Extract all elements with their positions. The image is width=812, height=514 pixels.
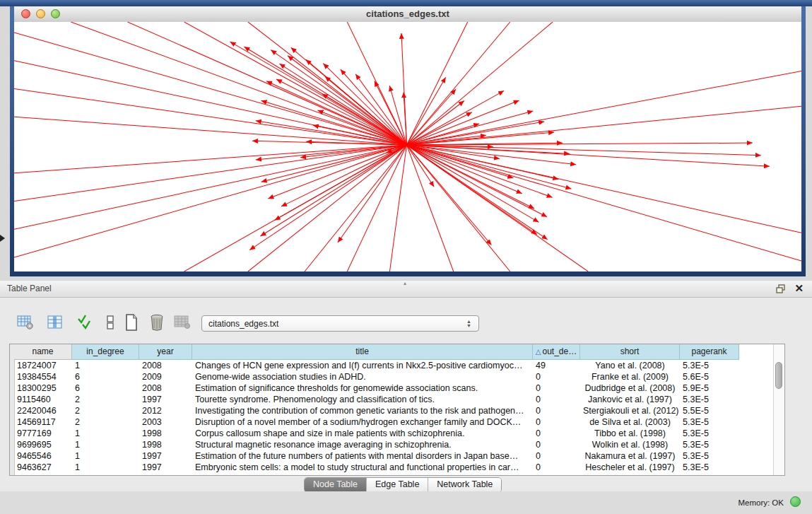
table-cell: 9463627 bbox=[14, 462, 72, 473]
citation-edge-red bbox=[184, 22, 407, 145]
table-row[interactable]: 1938455462009Genome-wide association stu… bbox=[14, 371, 773, 382]
table-cell: 5.3E-5 bbox=[680, 360, 739, 371]
column-header-outde[interactable]: △out_de… bbox=[533, 344, 580, 360]
table-cell: de Silva et al. (2003) bbox=[580, 416, 680, 428]
tab-node-table[interactable]: Node Table bbox=[305, 478, 367, 492]
column-header-title[interactable]: title bbox=[192, 344, 533, 360]
table-row[interactable]: 911546021997Tourette syndrome. Phenomeno… bbox=[14, 394, 773, 405]
table-cell: 2008 bbox=[139, 382, 192, 394]
table-selector-value: citations_edges.txt bbox=[208, 319, 278, 329]
table-row[interactable]: 977716911998Corpus callosum shape and si… bbox=[14, 428, 773, 439]
table-cell: 1 bbox=[72, 439, 139, 450]
citation-edge-red bbox=[389, 145, 406, 271]
table-options-icon[interactable] bbox=[16, 313, 35, 332]
table-row[interactable]: 1872400712008Changes of HCN gene express… bbox=[14, 360, 773, 371]
citation-edge-red bbox=[14, 145, 406, 257]
table-cell: 1998 bbox=[139, 428, 192, 439]
citation-edge-red bbox=[406, 145, 769, 166]
close-panel-icon[interactable]: ✕ bbox=[794, 283, 804, 294]
cytoscape-app: citations_edges.txt ▴ Table Panel ✕ f(x) bbox=[0, 0, 812, 514]
table-cell: Disruption of a novel member of a sodium… bbox=[192, 416, 533, 428]
panel-collapse-arrow-icon[interactable] bbox=[0, 235, 5, 242]
splitter-handle[interactable]: ▴ bbox=[404, 281, 409, 285]
citation-edge-red bbox=[406, 71, 801, 145]
table-cell: Dudbridge et al. (2008) bbox=[580, 382, 680, 394]
table-cell: Tibbo et al. (1998) bbox=[580, 428, 680, 439]
table-cell: 1997 bbox=[139, 462, 192, 473]
tab-network-table[interactable]: Network Table bbox=[428, 478, 501, 492]
table-cell: Estimation of significance thresholds fo… bbox=[192, 382, 533, 394]
table-cell: Franke et al. (2009) bbox=[580, 371, 680, 382]
memory-status-indicator bbox=[790, 496, 801, 507]
table-panel-title: Table Panel bbox=[7, 284, 52, 293]
column-header-indegree[interactable]: in_degree bbox=[72, 344, 139, 360]
table-cell: 1998 bbox=[139, 439, 192, 450]
citation-edge-red bbox=[261, 100, 407, 145]
clear-selection-icon[interactable] bbox=[100, 313, 120, 332]
table-panel: ▴ Table Panel ✕ f(x) citations_edges.txt… bbox=[0, 281, 812, 491]
table-cell: 2008 bbox=[139, 360, 192, 371]
column-header-year[interactable]: year bbox=[139, 344, 192, 360]
citation-edge-red bbox=[355, 74, 406, 145]
citation-edge-red bbox=[341, 69, 407, 145]
table-cell: 18300295 bbox=[14, 382, 72, 394]
citation-edge-red bbox=[406, 145, 801, 261]
table-cell: 5.5E-5 bbox=[680, 405, 739, 416]
table-cell: 0 bbox=[533, 439, 580, 450]
table-row[interactable]: 946362711997Embryonic stem cells: a mode… bbox=[14, 462, 773, 473]
tab-edge-table[interactable]: Edge Table bbox=[367, 478, 428, 492]
table-tabbar: Node Table Edge Table Network Table bbox=[304, 477, 502, 493]
table-selector-dropdown[interactable]: citations_edges.txt ▲▼ bbox=[201, 315, 479, 332]
citation-edge-red bbox=[406, 111, 533, 145]
table-cell: 0 bbox=[533, 394, 580, 405]
citation-edge-red bbox=[230, 42, 406, 145]
citation-edge-red bbox=[14, 33, 406, 145]
citation-edge-red bbox=[14, 88, 406, 145]
column-header-name[interactable]: name bbox=[14, 344, 72, 360]
table-cell: 2009 bbox=[139, 371, 192, 382]
table-cell: Hescheler et al. (1997) bbox=[580, 462, 680, 473]
table-cell: 1 bbox=[72, 360, 139, 371]
citation-edge-red bbox=[14, 117, 406, 145]
column-header-pagerank[interactable]: pagerank bbox=[680, 344, 739, 360]
table-row[interactable]: 946554611997Estimation of the future num… bbox=[14, 450, 773, 462]
table-cell: Investigating the contribution of common… bbox=[192, 405, 533, 416]
table-row[interactable]: 1830029562008Estimation of significance … bbox=[14, 382, 773, 394]
table-cell: 1 bbox=[72, 462, 139, 473]
table-cell: 0 bbox=[533, 450, 580, 462]
table-cell: 0 bbox=[533, 382, 580, 394]
float-panel-icon[interactable] bbox=[776, 284, 786, 293]
table-cell: 2003 bbox=[139, 416, 192, 428]
select-all-icon[interactable] bbox=[75, 313, 95, 332]
citation-edge-red bbox=[276, 79, 407, 145]
show-columns-icon[interactable] bbox=[45, 313, 65, 332]
scrollbar-thumb[interactable] bbox=[775, 362, 782, 389]
table-cell: 2 bbox=[72, 405, 139, 416]
table-row[interactable]: 1456911722003Disruption of a novel membe… bbox=[14, 416, 773, 428]
network-window-titlebar[interactable]: citations_edges.txt bbox=[14, 6, 801, 23]
table-cell: 22420046 bbox=[14, 405, 72, 416]
table-cell: Estimation of the future numbers of pati… bbox=[192, 450, 533, 462]
table-row[interactable]: 2242004622012Investigating the contribut… bbox=[14, 405, 773, 416]
table-cell: 2 bbox=[72, 416, 139, 428]
column-header-short[interactable]: short bbox=[580, 344, 680, 360]
destroy-table-icon[interactable] bbox=[172, 313, 192, 332]
citation-edge-red bbox=[406, 22, 553, 145]
network-canvas[interactable] bbox=[14, 22, 801, 271]
table-row[interactable]: 969969511998Structural magnetic resonanc… bbox=[14, 439, 773, 450]
table-cell: 5.3E-5 bbox=[680, 462, 739, 473]
table-cell: 5.3E-5 bbox=[680, 416, 739, 428]
table-toolbar: f(x) citations_edges.txt ▲▼ bbox=[0, 297, 812, 341]
table-cell: 6 bbox=[72, 371, 139, 382]
delete-table-icon[interactable] bbox=[147, 313, 167, 332]
network-graph[interactable] bbox=[14, 22, 801, 271]
table-cell: Yano et al. (2008) bbox=[580, 360, 680, 371]
table-cell: 6 bbox=[72, 382, 139, 394]
network-window: citations_edges.txt bbox=[10, 6, 806, 276]
table-cell: 9115460 bbox=[14, 394, 72, 405]
table-cell: 5.3E-5 bbox=[680, 439, 739, 450]
table-cell: 9777169 bbox=[14, 428, 72, 439]
table-vertical-scrollbar[interactable] bbox=[773, 344, 784, 475]
new-table-icon[interactable] bbox=[122, 313, 141, 332]
citation-edge-red bbox=[260, 145, 406, 236]
